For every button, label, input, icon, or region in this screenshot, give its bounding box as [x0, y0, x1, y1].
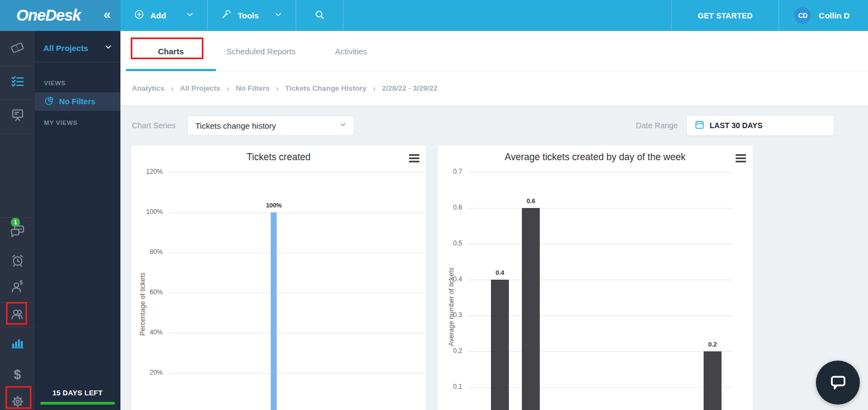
gridline	[168, 333, 425, 333]
gridline	[468, 244, 732, 244]
tab-scheduled-reports[interactable]: Scheduled Reports	[216, 31, 306, 71]
sidebar-item-settings[interactable]	[0, 390, 35, 410]
chart-series-value: Tickets change history	[195, 121, 276, 130]
sidebar-item-analytics[interactable]	[0, 332, 35, 356]
y-tick-label: 80%	[131, 248, 163, 256]
tickets-icon	[10, 40, 25, 58]
chart-series-select[interactable]: Tickets change history	[187, 116, 354, 136]
breadcrumb-item[interactable]: Tickets Change History	[285, 84, 367, 92]
breadcrumb-item-date-range[interactable]: 2/28/22 - 3/29/22	[382, 84, 437, 92]
y-tick-label: 0.4	[438, 275, 462, 283]
y-axis-title: Percentage of tickets	[139, 273, 146, 336]
project-selector-label: All Projects	[43, 43, 88, 53]
tab-activities-label: Activities	[335, 47, 367, 56]
tools-menu-button[interactable]: Tools	[208, 0, 296, 31]
timesheets-clock-icon	[10, 253, 25, 270]
y-tick-label: 0.1	[438, 383, 462, 390]
gridline	[468, 208, 732, 209]
sidebar-item-no-filters[interactable]: No Filters	[35, 92, 120, 111]
charts-content: Chart Series Tickets change history Date…	[120, 106, 868, 410]
chevron-down-icon	[186, 10, 194, 21]
gridline	[168, 373, 425, 374]
y-tick-label: 20%	[131, 369, 163, 376]
chart-title: Average tickets created by day of the we…	[438, 152, 752, 163]
trial-status: 15 DAYS LEFT	[35, 389, 120, 405]
topbar-right: GET STARTED CD Collin D	[671, 0, 868, 31]
sidebar-item-tickets[interactable]	[0, 37, 35, 61]
chart-card-tickets-created: Tickets created Percentage of tickets 12…	[131, 146, 426, 410]
messenger-icon: 1	[9, 223, 25, 241]
breadcrumb-separator-icon: ›	[276, 84, 279, 93]
search-button[interactable]	[296, 0, 343, 31]
tab-charts[interactable]: Charts	[126, 31, 216, 71]
y-tick-label: 120%	[131, 168, 163, 175]
bar-value-label: 100%	[258, 202, 290, 209]
bar[interactable]	[522, 208, 540, 410]
bar[interactable]	[271, 212, 277, 410]
y-tick-label: 0.2	[438, 347, 462, 355]
add-menu-button[interactable]: Add	[120, 0, 208, 31]
date-range-value: LAST 30 DAYS	[710, 121, 763, 130]
y-tick-label: 60%	[131, 288, 163, 296]
sidebar-item-tasks[interactable]	[0, 71, 35, 94]
sidebar-item-projects[interactable]	[0, 104, 35, 128]
y-tick-label: 40%	[131, 329, 163, 336]
user-menu[interactable]: CD Collin D	[778, 0, 868, 31]
sidebar-collapse-button[interactable]: «	[104, 8, 111, 23]
sidebar-item-timesheets[interactable]	[0, 249, 35, 273]
breadcrumb-item[interactable]: All Projects	[180, 84, 220, 92]
chart-menu-icon[interactable]	[736, 154, 746, 164]
bar[interactable]	[704, 351, 722, 410]
customers-icon: $	[10, 279, 25, 297]
sidebar-item-financials[interactable]: $	[0, 363, 35, 387]
avatar[interactable]: CD	[794, 7, 811, 24]
gridline	[468, 172, 732, 173]
sidebar-item-messenger[interactable]: 1	[0, 220, 35, 244]
breadcrumb: Analytics › All Projects › No Filters › …	[120, 71, 868, 106]
y-tick-label: 0.7	[438, 168, 462, 175]
search-icon	[314, 9, 326, 23]
user-name: Collin D	[819, 11, 850, 20]
live-chat-button[interactable]	[816, 361, 860, 405]
analytics-bar-chart-icon	[10, 335, 25, 352]
chevron-down-icon	[339, 121, 347, 131]
settings-gear-icon	[10, 394, 25, 410]
sidebar: 1 $	[0, 31, 120, 410]
breadcrumb-separator-icon: ›	[171, 84, 174, 93]
get-started-button[interactable]: GET STARTED	[671, 0, 778, 31]
views-section-label: VIEWS	[44, 80, 66, 86]
sidebar-panel: All Projects VIEWS No Filters MY VIEWS 1…	[35, 31, 120, 410]
gridline	[168, 293, 425, 293]
tab-charts-label: Charts	[158, 47, 184, 56]
speech-bubble-icon	[827, 371, 849, 395]
chart-menu-icon[interactable]	[409, 154, 419, 164]
sidebar-item-customers[interactable]: $	[0, 276, 35, 300]
calendar-icon	[694, 119, 705, 132]
breadcrumb-item[interactable]: No Filters	[236, 84, 270, 92]
chart-title: Tickets created	[131, 152, 426, 163]
breadcrumb-separator-icon: ›	[227, 84, 229, 93]
bar-value-label: 0.4	[484, 269, 516, 276]
date-range-select[interactable]: LAST 30 DAYS	[686, 115, 834, 136]
my-views-section-label: MY VIEWS	[44, 119, 78, 126]
breadcrumb-item[interactable]: Analytics	[132, 84, 164, 92]
breadcrumb-separator-icon: ›	[373, 84, 375, 93]
date-range-label: Date Range	[636, 121, 678, 130]
financials-dollar-icon: $	[14, 367, 21, 382]
tasks-checklist-icon	[10, 74, 25, 91]
sidebar-item-users[interactable]	[0, 303, 35, 327]
gridline	[168, 212, 425, 213]
project-selector[interactable]: All Projects	[35, 34, 120, 62]
chart-series-label: Chart Series	[132, 121, 176, 130]
onedesk-app: OneDesk « Add Tools	[0, 0, 868, 410]
tab-activities[interactable]: Activities	[306, 31, 396, 71]
main-content: Charts Scheduled Reports Activities Anal…	[120, 31, 868, 410]
bar[interactable]	[491, 280, 509, 410]
y-tick-label: 0.6	[438, 204, 462, 211]
bar-value-label: 0.2	[696, 341, 729, 348]
trial-progress-bar	[40, 402, 115, 405]
svg-text:$: $	[20, 279, 23, 286]
gridline	[168, 172, 425, 173]
projects-board-icon	[10, 108, 25, 124]
add-label: Add	[150, 11, 166, 20]
